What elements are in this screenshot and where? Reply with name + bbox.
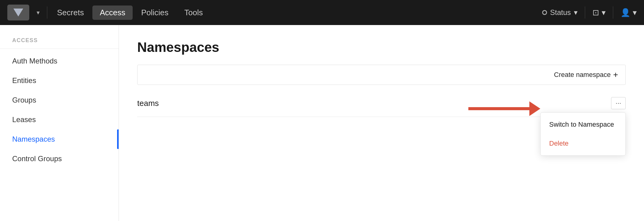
- user-chevron-icon: ▾: [633, 8, 637, 17]
- namespace-name: teams: [137, 99, 159, 108]
- status-chevron-icon: ▾: [574, 8, 578, 17]
- sidebar-item-label: Auth Methods: [12, 57, 57, 65]
- dots-menu-container: ··· Switch to Namespace Delete: [611, 97, 626, 109]
- sidebar-item-label: Groups: [12, 96, 36, 104]
- status-dot-icon: [542, 10, 547, 15]
- main-content: Namespaces Create namespace + teams ··· …: [119, 25, 644, 221]
- create-namespace-label: Create namespace: [554, 71, 611, 79]
- nav-secrets[interactable]: Secrets: [50, 5, 91, 20]
- plus-icon: +: [613, 70, 618, 80]
- arrow-indicator: [468, 101, 540, 116]
- sidebar-divider: [0, 49, 119, 49]
- nav-expand-button[interactable]: ▾: [32, 9, 45, 16]
- topnav: ▾ Secrets Access Policies Tools Status ▾…: [0, 0, 644, 25]
- sidebar-item-groups[interactable]: Groups: [0, 90, 119, 110]
- nav-right: Status ▾ ⊡ ▾ 👤 ▾: [542, 6, 637, 19]
- arrow-head-icon: [529, 101, 540, 116]
- sidebar-item-label: Entities: [12, 76, 36, 85]
- vault-logo-icon: [13, 9, 23, 16]
- nav-right-divider: [585, 6, 585, 19]
- nav-right-divider-2: [613, 6, 613, 19]
- dots-menu-button[interactable]: ···: [611, 97, 626, 109]
- sidebar-item-label: Control Groups: [12, 154, 62, 163]
- switch-namespace-item[interactable]: Switch to Namespace: [541, 115, 625, 134]
- status-button[interactable]: Status ▾: [542, 8, 578, 17]
- terminal-icon: ⊡: [592, 8, 599, 17]
- terminal-button[interactable]: ⊡ ▾: [592, 8, 606, 17]
- user-button[interactable]: 👤 ▾: [621, 8, 637, 17]
- dropdown-menu: Switch to Namespace Delete: [540, 112, 626, 156]
- nav-policies[interactable]: Policies: [134, 5, 176, 20]
- page-title: Namespaces: [137, 40, 626, 55]
- arrow-shaft: [468, 107, 529, 110]
- user-icon: 👤: [621, 8, 630, 17]
- sidebar-item-namespaces[interactable]: Namespaces: [0, 129, 119, 149]
- delete-item[interactable]: Delete: [541, 134, 625, 153]
- status-label: Status: [550, 8, 571, 17]
- sidebar-item-auth-methods[interactable]: Auth Methods: [0, 51, 119, 71]
- namespace-row: teams ··· Switch to Namespace Delete: [137, 90, 626, 117]
- sidebar-item-label: Namespaces: [12, 135, 55, 143]
- nav-links: Secrets Access Policies Tools: [50, 5, 542, 20]
- sidebar-item-control-groups[interactable]: Control Groups: [0, 149, 119, 168]
- create-namespace-button[interactable]: Create namespace +: [554, 70, 618, 80]
- sidebar-item-entities[interactable]: Entities: [0, 71, 119, 90]
- toolbar-row: Create namespace +: [137, 65, 626, 85]
- sidebar: ACCESS Auth Methods Entities Groups Leas…: [0, 25, 119, 221]
- terminal-chevron-icon: ▾: [602, 8, 606, 17]
- nav-access[interactable]: Access: [92, 5, 133, 20]
- sidebar-item-label: Leases: [12, 115, 36, 124]
- sidebar-section-label: ACCESS: [0, 37, 119, 49]
- layout: ACCESS Auth Methods Entities Groups Leas…: [0, 25, 644, 221]
- logo-button[interactable]: [7, 5, 29, 20]
- nav-tools[interactable]: Tools: [177, 5, 210, 20]
- nav-divider: [47, 6, 47, 19]
- sidebar-item-leases[interactable]: Leases: [0, 110, 119, 129]
